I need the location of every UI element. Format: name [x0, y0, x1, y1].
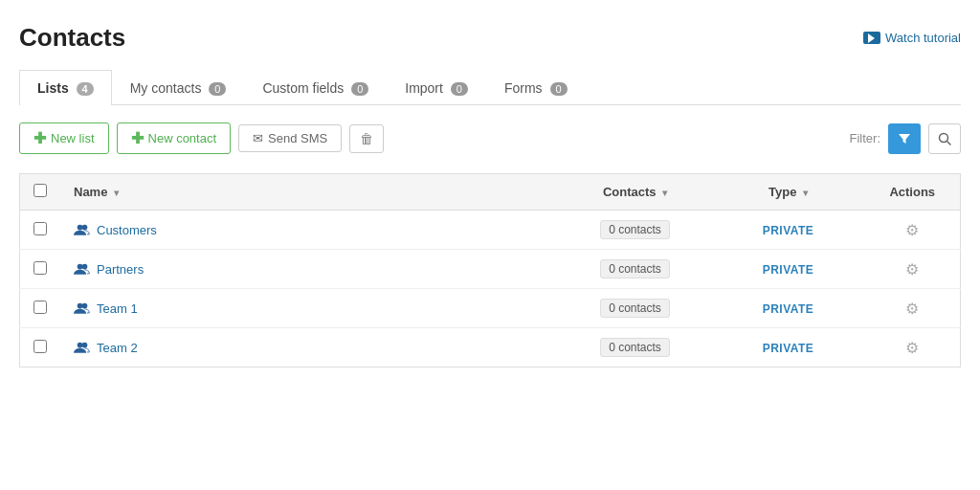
group-people-icon — [74, 301, 91, 316]
sms-envelope-icon: ✉ — [253, 131, 263, 145]
group-people-icon — [74, 222, 91, 237]
tab-import-label: Import — [405, 80, 443, 96]
search-magnifier-icon — [938, 132, 951, 145]
row-name-link[interactable]: Partners — [74, 261, 546, 277]
name-sort-icon[interactable]: ▾ — [114, 188, 119, 198]
row-name-link[interactable]: Team 2 — [74, 340, 546, 355]
row-name-cell: Team 2 — [60, 328, 559, 368]
page-header: Contacts Watch tutorial — [19, 23, 961, 53]
new-list-button[interactable]: ✚ New list — [19, 122, 109, 154]
filter-funnel-icon — [898, 132, 911, 145]
row-name-text: Partners — [97, 262, 144, 277]
delete-button[interactable]: 🗑 — [349, 124, 384, 153]
col-actions-label: Actions — [889, 185, 935, 199]
row-name-text: Team 2 — [97, 341, 138, 355]
tab-my-contacts-badge: 0 — [209, 82, 226, 96]
row-check-cell — [20, 250, 61, 289]
col-header-actions: Actions — [865, 174, 961, 211]
row-actions-cell: ⚙ — [865, 289, 961, 328]
filter-area: Filter: — [850, 123, 962, 154]
svg-point-8 — [78, 343, 83, 348]
row-name-link[interactable]: Customers — [74, 222, 546, 237]
tab-custom-fields[interactable]: Custom fields 0 — [244, 70, 387, 105]
row-checkbox[interactable] — [33, 222, 47, 235]
row-contacts-cell: 0 contacts — [559, 328, 712, 368]
col-type-label: Type — [768, 185, 796, 199]
group-people-icon — [74, 340, 91, 355]
tab-forms-badge: 0 — [550, 82, 568, 96]
row-settings-icon[interactable]: ⚙ — [905, 222, 919, 238]
row-settings-icon[interactable]: ⚙ — [905, 340, 919, 356]
search-button[interactable] — [928, 123, 961, 154]
new-contact-button[interactable]: ✚ New contact — [117, 122, 232, 154]
row-name-cell: Team 1 — [60, 289, 559, 328]
row-type-badge: PRIVATE — [763, 224, 814, 237]
row-contacts-cell: 0 contacts — [559, 289, 712, 328]
row-name-link[interactable]: Team 1 — [74, 301, 546, 316]
svg-point-3 — [82, 225, 88, 231]
filter-label: Filter: — [850, 131, 881, 145]
col-name-label: Name — [74, 185, 107, 199]
tab-lists-badge: 4 — [77, 82, 94, 96]
contacts-table: Name ▾ Contacts ▾ Type ▾ Actions — [19, 173, 961, 368]
svg-point-9 — [82, 343, 88, 348]
row-name-cell: Customers — [60, 211, 559, 250]
toolbar: ✚ New list ✚ New contact ✉ Send SMS 🗑 Fi… — [19, 122, 961, 154]
tab-my-contacts-label: My contacts — [130, 80, 202, 96]
tabs-container: Lists 4 My contacts 0 Custom fields 0 Im… — [19, 70, 961, 105]
row-type-cell: PRIVATE — [712, 289, 865, 328]
row-check-cell — [20, 289, 61, 328]
row-name-cell: Partners — [60, 250, 559, 289]
tab-import-badge: 0 — [451, 82, 468, 96]
col-header-contacts: Contacts ▾ — [559, 174, 712, 211]
filter-button[interactable] — [888, 123, 921, 154]
row-contacts-badge: 0 contacts — [600, 259, 670, 278]
row-type-cell: PRIVATE — [712, 328, 865, 368]
col-contacts-label: Contacts — [603, 185, 657, 199]
contacts-sort-icon[interactable]: ▾ — [662, 188, 667, 198]
svg-line-1 — [947, 141, 951, 145]
trash-icon: 🗑 — [360, 131, 373, 146]
watch-tutorial-link[interactable]: Watch tutorial — [863, 31, 961, 45]
row-actions-cell: ⚙ — [865, 328, 961, 368]
table-body: Customers 0 contacts PRIVATE ⚙ Partner — [20, 211, 961, 368]
row-check-cell — [20, 211, 61, 250]
row-settings-icon[interactable]: ⚙ — [905, 261, 919, 278]
row-actions-cell: ⚙ — [865, 250, 961, 289]
tab-forms[interactable]: Forms 0 — [486, 70, 586, 105]
svg-point-6 — [78, 303, 83, 309]
row-contacts-badge: 0 contacts — [600, 299, 670, 318]
new-contact-plus-icon: ✚ — [131, 129, 144, 147]
send-sms-button[interactable]: ✉ Send SMS — [238, 124, 342, 152]
col-header-type: Type ▾ — [712, 174, 865, 211]
row-checkbox[interactable] — [33, 340, 47, 353]
tab-lists[interactable]: Lists 4 — [19, 70, 112, 105]
new-list-plus-icon: ✚ — [33, 129, 46, 147]
row-contacts-cell: 0 contacts — [559, 211, 712, 250]
send-sms-label: Send SMS — [268, 131, 327, 145]
row-name-text: Team 1 — [97, 301, 138, 316]
row-type-cell: PRIVATE — [712, 250, 865, 289]
table-header-row: Name ▾ Contacts ▾ Type ▾ Actions — [20, 174, 961, 211]
page-container: Contacts Watch tutorial Lists 4 My conta… — [0, 0, 980, 490]
row-checkbox[interactable] — [33, 301, 47, 314]
tab-forms-label: Forms — [504, 80, 543, 96]
watch-tutorial-label: Watch tutorial — [885, 31, 961, 45]
select-all-checkbox[interactable] — [33, 184, 47, 197]
table-row: Partners 0 contacts PRIVATE ⚙ — [20, 250, 961, 289]
row-type-badge: PRIVATE — [763, 302, 814, 316]
video-icon — [863, 32, 880, 44]
tab-lists-label: Lists — [37, 80, 69, 96]
row-settings-icon[interactable]: ⚙ — [905, 301, 919, 317]
svg-point-5 — [82, 264, 88, 270]
tab-import[interactable]: Import 0 — [387, 70, 486, 105]
row-checkbox[interactable] — [33, 261, 47, 275]
col-header-name: Name ▾ — [60, 174, 559, 211]
table-row: Team 2 0 contacts PRIVATE ⚙ — [20, 328, 961, 368]
row-contacts-badge: 0 contacts — [600, 220, 670, 239]
row-check-cell — [20, 328, 61, 368]
type-sort-icon[interactable]: ▾ — [803, 188, 808, 198]
tab-my-contacts[interactable]: My contacts 0 — [112, 70, 245, 105]
new-list-label: New list — [51, 131, 95, 145]
table-row: Team 1 0 contacts PRIVATE ⚙ — [20, 289, 961, 328]
